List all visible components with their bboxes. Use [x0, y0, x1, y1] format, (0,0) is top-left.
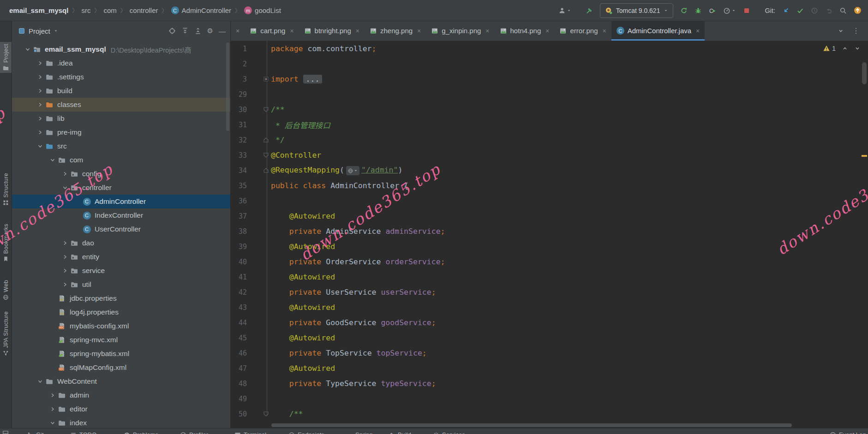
- tab-overflow-close-icon[interactable]: ×: [231, 27, 245, 35]
- locate-file-button[interactable]: [168, 27, 176, 35]
- tree-item-src[interactable]: src: [12, 139, 230, 153]
- project-panel-title[interactable]: Project: [29, 27, 50, 35]
- collapse-all-button[interactable]: [194, 27, 202, 35]
- tree-item-config[interactable]: config: [12, 167, 230, 181]
- close-icon[interactable]: ×: [545, 27, 549, 35]
- tree-item-log4j-properties[interactable]: log4j.properties: [12, 305, 230, 319]
- sidebar-item-structure[interactable]: Structure: [0, 171, 12, 208]
- stop-button[interactable]: [743, 7, 750, 14]
- tree-chevron[interactable]: [23, 46, 32, 53]
- tree-item-dao[interactable]: dao: [12, 236, 230, 250]
- close-icon[interactable]: ×: [417, 27, 421, 35]
- build-project-button[interactable]: [586, 7, 593, 14]
- breadcrumb-item[interactable]: controller: [129, 6, 159, 14]
- tree-item-usercontroller[interactable]: CUserController: [12, 222, 230, 236]
- more-options-icon[interactable]: ⋮: [852, 26, 860, 35]
- fold-marker[interactable]: [247, 137, 271, 143]
- code-line[interactable]: 32 */: [231, 132, 860, 148]
- fold-marker[interactable]: [247, 411, 271, 417]
- code-line[interactable]: 2: [231, 56, 860, 71]
- breadcrumb-item[interactable]: src: [80, 6, 91, 14]
- tree-chevron[interactable]: [60, 253, 70, 261]
- tree-item-classes[interactable]: classes: [12, 98, 230, 112]
- editor-horizontal-scrollbar[interactable]: [271, 423, 792, 427]
- close-icon[interactable]: ×: [290, 27, 293, 35]
- breadcrumb-item[interactable]: com: [102, 6, 117, 14]
- toolbar-item-build[interactable]: Build: [389, 431, 411, 434]
- toolbar-item-services[interactable]: Services: [433, 431, 465, 434]
- git-rollback-button[interactable]: [825, 7, 832, 14]
- editor-vertical-scrollbar[interactable]: [862, 62, 867, 84]
- code-line[interactable]: 35public class AdminController {: [231, 178, 860, 193]
- code-line[interactable]: 36: [231, 193, 860, 208]
- tree-item-lib[interactable]: lib: [12, 112, 230, 125]
- code-line[interactable]: 38 private AdminService adminService;: [231, 224, 860, 239]
- tab-g-xinpin-png[interactable]: g_xinpin.png×: [426, 21, 494, 41]
- run-button[interactable]: [680, 7, 688, 14]
- search-everywhere-button[interactable]: [839, 7, 847, 14]
- tree-item-email-ssm-mysql[interactable]: email_ssm_mysqlD:\Desktop\IdeaProjects\商: [12, 42, 230, 56]
- tree-chevron[interactable]: [48, 419, 57, 427]
- tab-error-png[interactable]: error.png×: [554, 21, 611, 41]
- git-history-button[interactable]: [811, 7, 818, 14]
- code-line[interactable]: 37 @Autowired: [231, 208, 860, 224]
- tree-chevron[interactable]: [60, 184, 70, 191]
- hide-panel-button[interactable]: —: [219, 27, 226, 35]
- code-editor[interactable]: 1package com.controller;23import ...2930…: [231, 41, 868, 428]
- code-line[interactable]: 41 @Autowired: [231, 269, 860, 285]
- toolbar-item-profiler[interactable]: Profiler: [180, 431, 208, 434]
- tree-chevron[interactable]: [48, 156, 57, 164]
- tree-chevron[interactable]: [60, 267, 70, 274]
- chevron-down-icon[interactable]: [54, 29, 58, 33]
- sidebar-item-jpa-structure[interactable]: JPA Structure: [0, 309, 12, 358]
- tree-chevron[interactable]: [60, 281, 70, 288]
- code-line[interactable]: 42 private UserService userService;: [231, 285, 860, 300]
- tree-chevron[interactable]: [36, 115, 45, 122]
- tree-item-mybatis-config-xml[interactable]: <>mybatis-config.xml: [12, 319, 230, 333]
- debug-button[interactable]: [694, 7, 702, 14]
- tree-chevron[interactable]: [48, 405, 57, 413]
- tree-chevron[interactable]: [36, 143, 45, 150]
- toolbar-item-git[interactable]: Git: [27, 431, 44, 434]
- tree-item--settings[interactable]: .settings: [12, 70, 230, 84]
- breadcrumb-item[interactable]: email_ssm_mysql: [8, 6, 69, 14]
- warning-stripe-mark[interactable]: [862, 155, 867, 157]
- fold-marker[interactable]: [247, 152, 271, 158]
- toolbar-item-event-log[interactable]: Event Log: [830, 431, 866, 434]
- toolwindow-switcher-icon[interactable]: [2, 430, 9, 434]
- code-line[interactable]: 1package com.controller;: [231, 41, 860, 56]
- sidebar-item-web[interactable]: Web: [0, 278, 12, 302]
- code-line[interactable]: 40 private OrderService orderService;: [231, 254, 860, 269]
- tree-item-editor[interactable]: editor: [12, 402, 230, 416]
- tree-item-webcontent[interactable]: WebContent: [12, 375, 230, 388]
- tree-chevron[interactable]: [36, 378, 45, 385]
- close-icon[interactable]: ×: [696, 27, 700, 35]
- run-config-selector[interactable]: Tomcat 9.0.621: [600, 3, 674, 18]
- code-line[interactable]: 44 private GoodService goodService;: [231, 315, 860, 330]
- code-line[interactable]: 34@RequestMapping("/admin"): [231, 163, 860, 178]
- code-line[interactable]: 45 @Autowired: [231, 330, 860, 345]
- tree-item-com[interactable]: com: [12, 153, 230, 167]
- breadcrumb-item[interactable]: mgoodList: [243, 6, 282, 14]
- tree-item-spring-mvc-xml[interactable]: spring-mvc.xml: [12, 333, 230, 347]
- project-scrollbar[interactable]: [226, 42, 229, 131]
- tree-chevron[interactable]: [36, 87, 45, 95]
- toolbar-item-problems[interactable]: Problems: [124, 431, 158, 434]
- tab-btnright-png[interactable]: btnright.png×: [299, 21, 365, 41]
- settings-gear-icon[interactable]: ⚙: [207, 27, 213, 35]
- tree-item-sqlmapconfig-xml[interactable]: <>sqlMapConfig.xml: [12, 361, 230, 375]
- tree-chevron[interactable]: [36, 101, 45, 108]
- code-line[interactable]: 48 private TypeService typeService;: [231, 376, 860, 391]
- code-line[interactable]: 39 @Autowired: [231, 239, 860, 254]
- tree-chevron[interactable]: [60, 239, 70, 247]
- tree-item-admincontroller[interactable]: CAdminController: [12, 195, 230, 208]
- git-commit-button[interactable]: [796, 7, 804, 14]
- close-icon[interactable]: ×: [603, 27, 606, 35]
- code-line[interactable]: 46 private TopService topService;: [231, 345, 860, 361]
- toolbar-item-todo[interactable]: TODO: [70, 431, 96, 434]
- sidebar-item-bookmarks[interactable]: Bookmarks: [0, 222, 12, 264]
- tree-item--idea[interactable]: .idea: [12, 56, 230, 70]
- tree-chevron[interactable]: [36, 129, 45, 136]
- code-line[interactable]: 43 @Autowired: [231, 300, 860, 315]
- tab-cart-png[interactable]: cart.png×: [245, 21, 299, 41]
